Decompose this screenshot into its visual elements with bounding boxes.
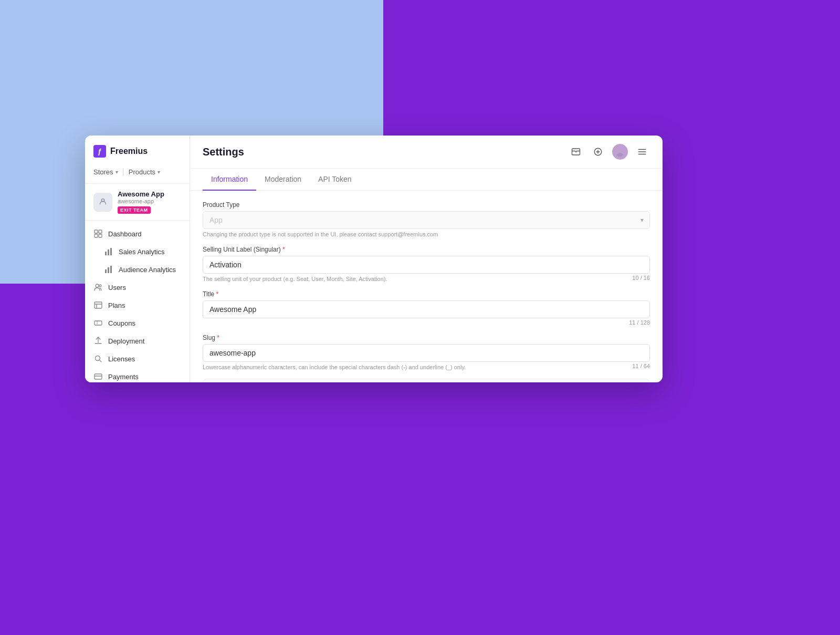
slug-counter: 11 / 64	[632, 363, 650, 370]
app-info-text: Awesome App awesome-app EXIT TEAM	[118, 190, 164, 214]
plans-label: Plans	[108, 301, 125, 309]
stores-chevron-icon: ▾	[116, 169, 118, 175]
product-type-group: Product Type App ▾ Changing the product …	[203, 201, 650, 237]
svg-rect-5	[105, 252, 107, 255]
exit-team-badge: EXIT TEAM	[118, 206, 151, 214]
title-label: Title *	[203, 290, 650, 298]
sidebar-item-audience-analytics[interactable]: Audience Analytics	[85, 261, 190, 278]
audience-analytics-icon	[104, 265, 113, 274]
sidebar-item-payments[interactable]: Payments	[85, 368, 190, 382]
svg-point-22	[618, 148, 622, 152]
svg-rect-7	[110, 248, 112, 255]
dashboard-icon	[93, 229, 103, 238]
svg-rect-8	[105, 269, 107, 273]
title-counter: 11 / 128	[203, 319, 650, 326]
tab-moderation[interactable]: Moderation	[256, 169, 310, 191]
sales-analytics-icon	[104, 247, 113, 256]
inbox-icon-btn[interactable]	[568, 144, 584, 160]
audience-analytics-label: Audience Analytics	[119, 266, 176, 274]
main-header: Settings	[190, 136, 663, 169]
app-slug: awesome-app	[118, 198, 164, 204]
tab-information[interactable]: Information	[203, 169, 256, 191]
products-chevron-icon: ▾	[158, 169, 160, 175]
product-type-select-wrapper: App ▾	[203, 211, 650, 229]
svg-point-11	[96, 284, 99, 287]
svg-point-23	[617, 153, 623, 157]
sidebar-item-plans[interactable]: Plans	[85, 296, 190, 314]
licenses-label: Licenses	[108, 355, 135, 363]
selling-unit-group: Selling Unit Label (Singular) * The sell…	[203, 246, 650, 282]
users-label: Users	[108, 284, 126, 292]
sidebar-item-sales-analytics[interactable]: Sales Analytics	[85, 243, 190, 261]
svg-rect-16	[94, 321, 102, 325]
title-input[interactable]	[203, 300, 650, 318]
svg-rect-9	[108, 267, 109, 273]
payments-icon	[93, 372, 103, 381]
slug-label: Slug *	[203, 334, 650, 341]
svg-point-18	[96, 356, 100, 361]
svg-rect-19	[94, 374, 102, 379]
product-type-select[interactable]: App	[203, 211, 650, 229]
slug-input[interactable]	[203, 344, 650, 362]
product-type-label: Product Type	[203, 201, 650, 209]
deployment-label: Deployment	[108, 337, 144, 345]
main-content: Settings	[190, 136, 663, 382]
page-title: Settings	[203, 146, 244, 166]
tabs-bar: Information Moderation API Token	[190, 169, 663, 191]
sidebar-menu: Dashboard Sales Analytics	[85, 221, 190, 382]
coupons-label: Coupons	[108, 319, 135, 327]
tab-api-token[interactable]: API Token	[310, 169, 360, 191]
deployment-icon	[93, 336, 103, 346]
logo-text: Freemius	[110, 147, 148, 156]
selling-unit-input[interactable]	[203, 256, 650, 274]
add-circle-icon-btn[interactable]	[590, 144, 606, 160]
svg-rect-10	[110, 266, 112, 273]
plans-icon	[93, 300, 103, 310]
sidebar-item-coupons[interactable]: Coupons	[85, 314, 190, 332]
sidebar-nav-top: Stores ▾ | Products ▾	[85, 163, 190, 184]
title-group: Title * 11 / 128	[203, 290, 650, 326]
upload-section: Upload 300px X 300px Up to 200KB	[203, 379, 650, 382]
sidebar-logo: ƒ Freemius	[85, 136, 190, 163]
stores-nav-btn[interactable]: Stores ▾	[93, 167, 118, 177]
menu-icon-btn[interactable]	[634, 144, 650, 160]
slug-group: Slug * Lowercase alphanumeric characters…	[203, 334, 650, 370]
users-icon	[93, 283, 103, 292]
nav-divider: |	[122, 167, 124, 177]
app-name: Awesome App	[118, 190, 164, 198]
svg-rect-6	[108, 249, 109, 255]
sidebar-item-users[interactable]: Users	[85, 278, 190, 296]
svg-rect-3	[94, 234, 98, 237]
sidebar-item-licenses[interactable]: Licenses	[85, 350, 190, 368]
selling-unit-help: The selling unit of your product (e.g. S…	[203, 276, 387, 282]
coupons-icon	[93, 318, 103, 328]
svg-rect-1	[94, 230, 98, 233]
licenses-icon	[93, 354, 103, 363]
dashboard-label: Dashboard	[108, 230, 142, 238]
logo-icon: ƒ	[93, 145, 106, 158]
products-nav-btn[interactable]: Products ▾	[129, 167, 160, 177]
form-area: Product Type App ▾ Changing the product …	[190, 191, 663, 382]
svg-rect-2	[99, 230, 102, 233]
selling-unit-counter: 10 / 16	[632, 275, 650, 282]
svg-point-12	[99, 285, 101, 287]
sidebar-item-deployment[interactable]: Deployment	[85, 332, 190, 350]
selling-unit-label: Selling Unit Label (Singular) *	[203, 246, 650, 253]
sidebar-item-dashboard[interactable]: Dashboard	[85, 225, 190, 243]
sidebar-app-info: Awesome App awesome-app EXIT TEAM	[85, 184, 190, 221]
sidebar: ƒ Freemius Stores ▾ | Products ▾	[85, 136, 190, 382]
app-icon	[93, 193, 112, 212]
header-actions	[568, 144, 650, 168]
svg-rect-13	[94, 302, 102, 308]
app-window: ƒ Freemius Stores ▾ | Products ▾	[85, 136, 663, 382]
payments-label: Payments	[108, 373, 139, 381]
slug-help: Lowercase alphanumeric characters, can i…	[203, 364, 466, 370]
avatar[interactable]	[612, 144, 628, 160]
svg-rect-4	[99, 234, 102, 237]
product-type-help: Changing the product type is not support…	[203, 231, 650, 237]
sales-analytics-label: Sales Analytics	[119, 248, 164, 256]
